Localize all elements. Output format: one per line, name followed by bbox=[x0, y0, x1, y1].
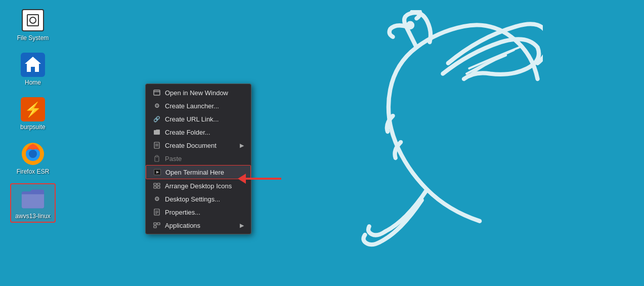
svg-rect-25 bbox=[154, 226, 156, 228]
desktop-icons: File System Home ⚡ burpsuite bbox=[10, 5, 56, 223]
gear-icon: ⚙ bbox=[153, 102, 161, 110]
apps-icon bbox=[153, 221, 161, 229]
firefox-label: Firefox ESR bbox=[17, 168, 50, 175]
arrange-icon bbox=[153, 182, 161, 190]
annotation-arrow bbox=[238, 174, 281, 184]
create-folder-label: Create Folder... bbox=[165, 129, 210, 136]
svg-point-0 bbox=[408, 23, 412, 27]
desktop-icon-home[interactable]: Home bbox=[10, 50, 56, 89]
submenu-arrow-apps: ▶ bbox=[240, 222, 244, 229]
properties-label: Properties... bbox=[165, 209, 200, 216]
svg-rect-17 bbox=[154, 186, 156, 188]
menu-item-open-terminal[interactable]: ▶ Open Terminal Here bbox=[146, 165, 251, 179]
window-icon bbox=[153, 89, 161, 97]
svg-point-7 bbox=[29, 150, 37, 158]
menu-item-create-folder[interactable]: Create Folder... bbox=[146, 126, 251, 139]
create-url-link-label: Create URL Link... bbox=[165, 115, 219, 123]
link-icon: 🔗 bbox=[153, 115, 161, 123]
desktop-icon-awvs13[interactable]: awvs13-linux bbox=[10, 183, 56, 223]
folder-icon bbox=[21, 187, 45, 210]
create-launcher-label: Create Launcher... bbox=[165, 102, 219, 110]
desktop-settings-label: Desktop Settings... bbox=[165, 195, 220, 203]
svg-rect-23 bbox=[154, 223, 156, 225]
kali-dragon bbox=[280, 10, 543, 253]
folder-small-icon bbox=[153, 128, 161, 136]
filesystem-label: File System bbox=[17, 34, 49, 42]
menu-item-desktop-settings[interactable]: ⚙ Desktop Settings... bbox=[146, 192, 251, 206]
menu-item-create-launcher[interactable]: ⚙ Create Launcher... bbox=[146, 99, 251, 112]
open-new-window-label: Open in New Window bbox=[165, 89, 228, 97]
submenu-arrow-document: ▶ bbox=[240, 142, 244, 149]
svg-rect-18 bbox=[157, 186, 160, 188]
create-document-label: Create Document bbox=[165, 142, 217, 149]
home-label: Home bbox=[25, 79, 41, 86]
applications-label: Applications bbox=[165, 222, 200, 229]
settings-icon: ⚙ bbox=[153, 195, 161, 203]
arrow-head bbox=[238, 174, 246, 184]
desktop-icon-firefox[interactable]: Firefox ESR bbox=[10, 139, 56, 178]
properties-icon bbox=[153, 208, 161, 216]
menu-item-create-document[interactable]: Create Document ▶ bbox=[146, 139, 251, 152]
paste-label: Paste bbox=[165, 155, 182, 162]
arrow-line bbox=[246, 178, 281, 180]
svg-rect-10 bbox=[154, 142, 159, 148]
context-menu: Open in New Window ⚙ Create Launcher... … bbox=[145, 84, 251, 234]
svg-rect-8 bbox=[154, 90, 160, 95]
open-terminal-label: Open Terminal Here bbox=[165, 169, 224, 176]
menu-item-create-url-link[interactable]: 🔗 Create URL Link... bbox=[146, 112, 251, 126]
svg-rect-15 bbox=[154, 183, 156, 185]
document-icon bbox=[153, 141, 161, 149]
home-icon bbox=[21, 53, 45, 77]
desktop-icon-filesystem[interactable]: File System bbox=[10, 5, 56, 45]
burpsuite-icon: ⚡ bbox=[21, 97, 45, 121]
svg-rect-24 bbox=[157, 223, 160, 225]
paste-icon bbox=[153, 154, 161, 162]
firefox-icon bbox=[21, 142, 45, 166]
menu-item-applications[interactable]: Applications ▶ bbox=[146, 219, 251, 232]
svg-rect-14 bbox=[156, 155, 158, 157]
menu-item-open-new-window[interactable]: Open in New Window bbox=[146, 86, 251, 99]
menu-item-arrange-icons[interactable]: Arrange Desktop Icons bbox=[146, 179, 251, 192]
terminal-icon: ▶ bbox=[153, 168, 161, 176]
arrange-icons-label: Arrange Desktop Icons bbox=[165, 182, 232, 190]
menu-item-properties[interactable]: Properties... bbox=[146, 206, 251, 219]
svg-text:⚡: ⚡ bbox=[24, 101, 42, 118]
awvs13-label: awvs13-linux bbox=[15, 213, 50, 220]
svg-rect-16 bbox=[157, 183, 160, 185]
desktop-icon-burpsuite[interactable]: ⚡ burpsuite bbox=[10, 94, 56, 134]
burpsuite-label: burpsuite bbox=[20, 124, 45, 131]
menu-item-paste[interactable]: Paste bbox=[146, 152, 251, 165]
